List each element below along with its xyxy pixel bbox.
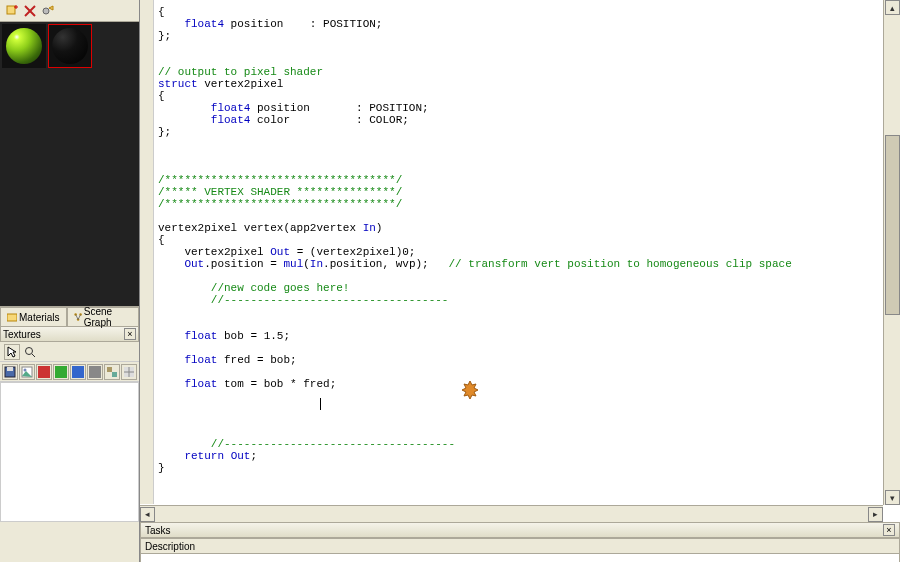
scrollbar-horizontal[interactable]: ◂ ▸ [140, 505, 883, 522]
svg-point-15 [24, 368, 27, 371]
svg-point-5 [43, 8, 49, 14]
scroll-thumb-vertical[interactable] [885, 135, 900, 315]
swatch-blue[interactable] [70, 364, 86, 380]
textures-toolbar-2 [0, 362, 139, 382]
scroll-left-button[interactable]: ◂ [140, 507, 155, 522]
materials-toolbar [0, 0, 139, 22]
textures-header: Textures × [0, 326, 139, 342]
swatch-red[interactable] [36, 364, 52, 380]
tasks-title: Tasks [145, 525, 171, 536]
tab-materials[interactable]: Materials [0, 307, 67, 326]
material-delete-icon[interactable] [22, 3, 38, 19]
svg-rect-16 [107, 367, 112, 372]
tab-materials-label: Materials [19, 312, 60, 323]
swatch-green[interactable] [53, 364, 69, 380]
scrollbar-vertical[interactable]: ▴ ▾ [883, 0, 900, 505]
svg-point-10 [26, 347, 33, 354]
scroll-down-button[interactable]: ▾ [885, 490, 900, 505]
left-tabs: Materials Scene Graph [0, 306, 139, 326]
tasks-col-description[interactable]: Description [145, 541, 195, 552]
material-new-icon[interactable] [4, 3, 20, 19]
svg-rect-13 [7, 367, 13, 371]
swatch-grid[interactable] [121, 364, 137, 380]
materials-grid [0, 22, 139, 306]
textures-area [0, 382, 139, 522]
scroll-right-button[interactable]: ▸ [868, 507, 883, 522]
image-icon[interactable] [19, 364, 35, 380]
textures-toolbar-1 [0, 342, 139, 362]
tab-scenegraph-label: Scene Graph [84, 306, 132, 328]
tasks-panel: Tasks × Description [140, 522, 900, 562]
code-text[interactable]: { float4 position : POSITION; }; // outp… [158, 6, 792, 474]
svg-rect-6 [7, 314, 17, 321]
material-sphere-green[interactable] [2, 24, 46, 68]
code-editor[interactable]: { float4 position : POSITION; }; // outp… [140, 0, 900, 522]
tasks-body [140, 554, 900, 562]
material-assign-icon[interactable] [40, 3, 56, 19]
zoom-icon[interactable] [22, 344, 38, 360]
textures-title: Textures [3, 329, 41, 340]
tasks-columns: Description [140, 538, 900, 554]
tasks-header: Tasks × [140, 522, 900, 538]
svg-rect-17 [112, 372, 117, 377]
swatch-gray[interactable] [87, 364, 103, 380]
swatch-squares[interactable] [104, 364, 120, 380]
tab-scene-graph[interactable]: Scene Graph [67, 307, 139, 326]
tasks-close-button[interactable]: × [883, 524, 895, 536]
material-sphere-black[interactable] [48, 24, 92, 68]
scroll-up-button[interactable]: ▴ [885, 0, 900, 15]
textures-close-button[interactable]: × [124, 328, 136, 340]
svg-line-11 [32, 354, 35, 357]
graph-icon [74, 312, 82, 322]
save-icon[interactable] [2, 364, 18, 380]
code-gutter [140, 0, 154, 504]
svg-rect-0 [7, 6, 15, 14]
text-cursor [320, 398, 321, 410]
folder-icon [7, 312, 17, 322]
pointer-icon[interactable] [4, 344, 20, 360]
